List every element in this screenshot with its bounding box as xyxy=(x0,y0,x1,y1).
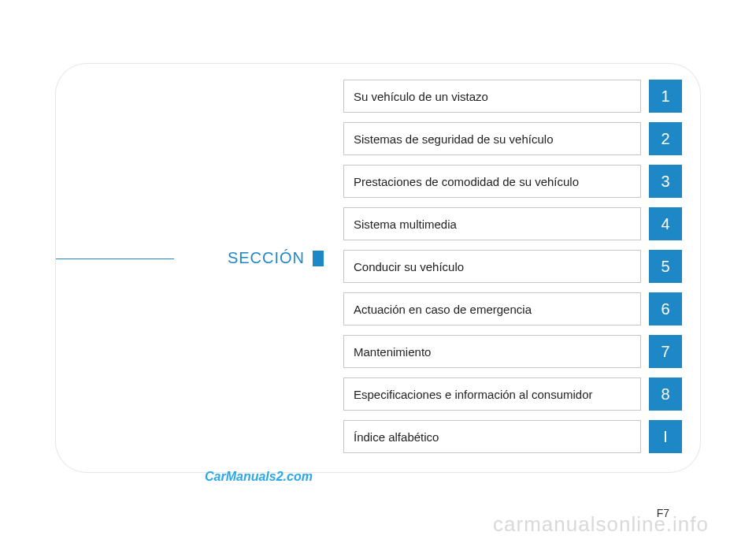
toc-list: Su vehículo de un vistazo 1 Sistemas de … xyxy=(343,80,682,463)
toc-item-label: Su vehículo de un vistazo xyxy=(343,80,641,113)
watermark-carmanualsonline: carmanualsonline.info xyxy=(493,512,709,537)
section-header: SECCIÓN xyxy=(56,249,324,267)
toc-item-label: Índice alfabético xyxy=(343,420,641,453)
page-container: SECCIÓN Su vehículo de un vistazo 1 Sist… xyxy=(55,63,701,473)
toc-row: Sistemas de seguridad de su vehículo 2 xyxy=(343,122,682,155)
toc-item-label: Sistemas de seguridad de su vehículo xyxy=(343,122,641,155)
toc-item-number: 6 xyxy=(649,292,682,325)
watermark-carmanuals2: CarManuals2.com xyxy=(205,470,313,484)
toc-item-number: 5 xyxy=(649,250,682,283)
toc-item-number: 1 xyxy=(649,80,682,113)
toc-item-label: Especificaciones e información al consum… xyxy=(343,377,641,411)
toc-row: Índice alfabético I xyxy=(343,420,682,453)
toc-row: Mantenimiento 7 xyxy=(343,335,682,368)
toc-item-label: Sistema multimedia xyxy=(343,207,641,240)
toc-item-number: 3 xyxy=(649,165,682,198)
toc-item-label: Mantenimiento xyxy=(343,335,641,368)
toc-item-number: I xyxy=(649,420,682,453)
section-line xyxy=(56,258,174,259)
toc-item-number: 8 xyxy=(649,377,682,411)
toc-row: Especificaciones e información al consum… xyxy=(343,377,682,411)
toc-item-label: Actuación en caso de emergencia xyxy=(343,292,641,325)
toc-row: Conducir su vehículo 5 xyxy=(343,250,682,283)
toc-item-number: 2 xyxy=(649,122,682,155)
toc-item-number: 7 xyxy=(649,335,682,368)
toc-item-number: 4 xyxy=(649,207,682,240)
toc-row: Actuación en caso de emergencia 6 xyxy=(343,292,682,325)
toc-row: Sistema multimedia 4 xyxy=(343,207,682,240)
toc-row: Su vehículo de un vistazo 1 xyxy=(343,80,682,113)
toc-row: Prestaciones de comodidad de su vehículo… xyxy=(343,165,682,198)
toc-item-label: Conducir su vehículo xyxy=(343,250,641,283)
toc-item-label: Prestaciones de comodidad de su vehículo xyxy=(343,165,641,198)
section-label: SECCIÓN xyxy=(228,249,305,267)
section-mark-icon xyxy=(313,251,324,266)
